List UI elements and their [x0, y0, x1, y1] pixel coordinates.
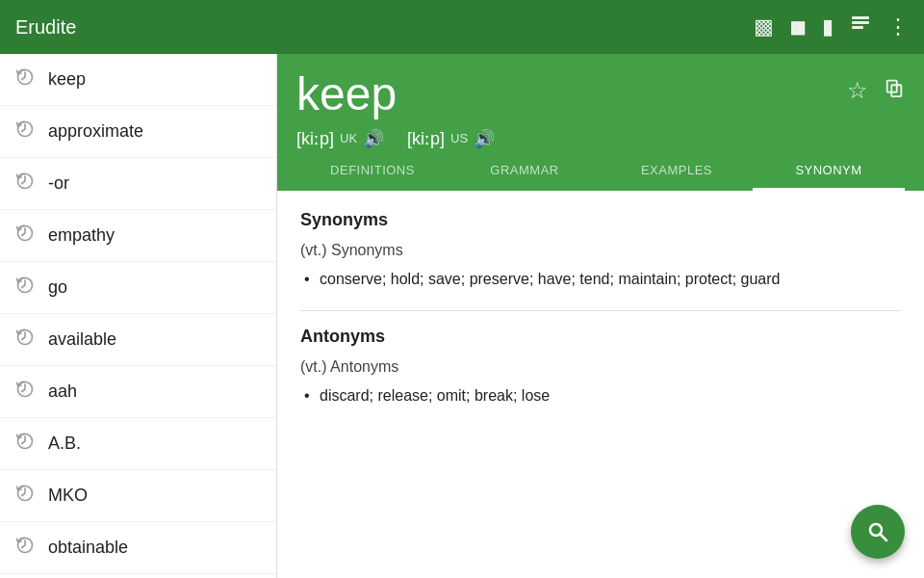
- vt-synonyms-section: (vt.) Synonyms conserve; hold; save; pre…: [300, 242, 901, 292]
- tab-examples[interactable]: EXAMPLES: [601, 149, 753, 191]
- sidebar-item[interactable]: empathy: [0, 210, 276, 262]
- vt-synonyms-label: (vt.) Synonyms: [300, 242, 901, 259]
- sidebar-item-label: empathy: [48, 225, 115, 246]
- content-body: Synonyms (vt.) Synonyms conserve; hold; …: [277, 191, 924, 578]
- history-icon: [15, 171, 35, 196]
- topbar: Erudite ▩ ◼ ▮ ⋮: [0, 0, 924, 54]
- content-wrapper: keep ☆ [kiːp] UK 🔊 [kiːp]: [277, 54, 924, 578]
- book-icon[interactable]: ◼: [789, 14, 807, 39]
- svg-rect-2: [852, 26, 863, 29]
- bookmark-icon[interactable]: ▮: [822, 14, 834, 39]
- history-icon: [15, 119, 35, 144]
- sidebar-item-label: A.B.: [48, 434, 81, 454]
- history-icon: [15, 328, 35, 352]
- sidebar-item[interactable]: obtainable: [0, 522, 276, 574]
- copy-icon[interactable]: [884, 77, 905, 104]
- pronunciation-uk: [kiːp] UK 🔊: [296, 128, 384, 149]
- sidebar-item-label: available: [48, 329, 116, 350]
- tabs: DEFINITIONSGRAMMAREXAMPLESSYNONYM: [296, 149, 905, 191]
- word-header-top: keep ☆: [296, 69, 905, 120]
- sidebar-item[interactable]: MKO: [0, 470, 276, 522]
- synonyms-title: Synonyms: [300, 210, 901, 230]
- divider: [300, 310, 901, 311]
- sidebar-item[interactable]: approximate: [0, 106, 276, 158]
- content-area: keep ☆ [kiːp] UK 🔊 [kiːp]: [277, 54, 924, 578]
- pronunciation-uk-text: [kiːp]: [296, 128, 334, 149]
- history-icon: [15, 223, 35, 248]
- speaker-us-icon[interactable]: 🔊: [474, 128, 495, 149]
- svg-line-17: [881, 535, 887, 541]
- vt-antonyms-label: (vt.) Antonyms: [300, 358, 901, 376]
- antonyms-title: Antonyms: [300, 327, 901, 347]
- tab-synonym[interactable]: SYNONYM: [753, 149, 905, 191]
- vt-synonyms-text: conserve; hold; save; preserve; have; te…: [300, 267, 901, 292]
- sidebar-item[interactable]: arbitrary: [0, 574, 276, 578]
- history-icon: [15, 432, 35, 456]
- sidebar-item-label: go: [48, 277, 67, 298]
- sidebar-item[interactable]: keep: [0, 54, 276, 106]
- sidebar-item-label: -or: [48, 173, 69, 194]
- topbar-actions: ▩ ◼ ▮ ⋮: [754, 13, 909, 41]
- sidebar-item[interactable]: go: [0, 262, 276, 314]
- sidebar-item[interactable]: aah: [0, 366, 276, 418]
- main-layout: keep approximate -or: [0, 54, 924, 578]
- sidebar-item-label: MKO: [48, 486, 88, 506]
- star-icon[interactable]: ☆: [847, 77, 868, 104]
- us-label: US: [450, 131, 468, 145]
- sidebar-item-label: aah: [48, 381, 77, 402]
- sidebar: keep approximate -or: [0, 54, 277, 578]
- flashcard-icon[interactable]: ▩: [754, 14, 774, 39]
- speaker-uk-icon[interactable]: 🔊: [363, 128, 384, 149]
- history-icon: [15, 380, 35, 404]
- vt-antonyms-section: (vt.) Antonyms discard; release; omit; b…: [300, 358, 901, 408]
- history-icon: [15, 276, 35, 300]
- history-icon: [15, 536, 35, 560]
- vt-antonyms-text: discard; release; omit; break; lose: [300, 383, 901, 408]
- history-icon: [15, 67, 35, 92]
- tab-grammar[interactable]: GRAMMAR: [449, 149, 601, 191]
- sidebar-item-label: approximate: [48, 121, 143, 142]
- tab-definitions[interactable]: DEFINITIONS: [296, 149, 449, 191]
- pronunciations: [kiːp] UK 🔊 [kiːp] US 🔊: [296, 128, 905, 149]
- word-header: keep ☆ [kiːp] UK 🔊 [kiːp]: [277, 54, 924, 191]
- sidebar-item[interactable]: available: [0, 314, 276, 366]
- uk-label: UK: [340, 131, 357, 145]
- more-icon[interactable]: ⋮: [887, 14, 909, 39]
- history-icon: [15, 484, 35, 508]
- word-icon[interactable]: [849, 13, 872, 41]
- search-fab[interactable]: [851, 505, 905, 559]
- app-title: Erudite: [15, 16, 754, 39]
- word-title: keep: [296, 69, 397, 120]
- svg-rect-1: [852, 21, 869, 24]
- sidebar-item-label: obtainable: [48, 538, 128, 558]
- sidebar-item-label: keep: [48, 69, 86, 90]
- svg-rect-0: [852, 16, 869, 19]
- pronunciation-us-text: [kiːp]: [407, 128, 445, 149]
- sidebar-item[interactable]: A.B.: [0, 418, 276, 470]
- header-actions: ☆: [847, 69, 905, 104]
- sidebar-item[interactable]: -or: [0, 158, 276, 210]
- pronunciation-us: [kiːp] US 🔊: [407, 128, 495, 149]
